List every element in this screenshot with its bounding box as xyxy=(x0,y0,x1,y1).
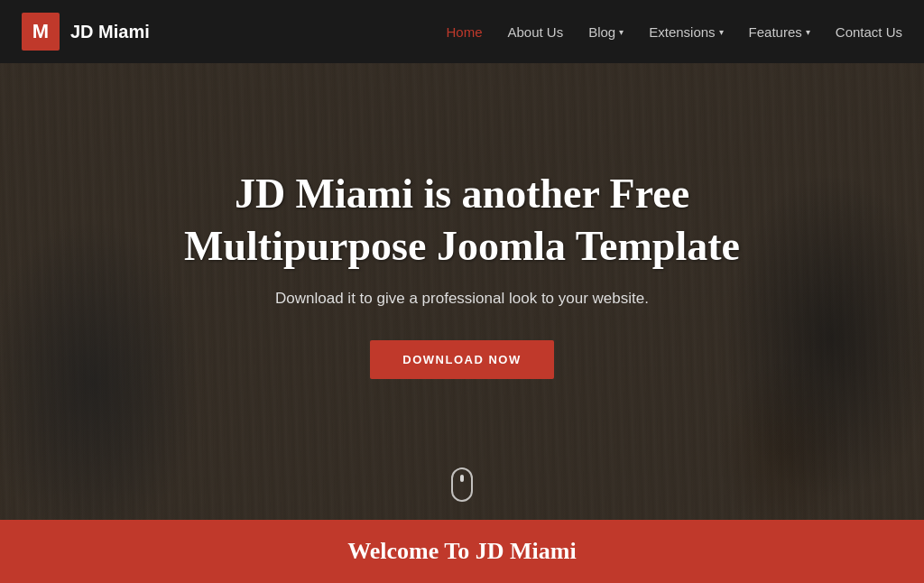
nav-item-about[interactable]: About Us xyxy=(507,24,563,40)
nav-item-extensions[interactable]: Extensions ▾ xyxy=(649,24,723,40)
scroll-mouse-icon xyxy=(451,467,473,502)
nav-link-about[interactable]: About Us xyxy=(507,24,563,40)
nav-link-features[interactable]: Features ▾ xyxy=(749,24,810,40)
chevron-down-icon: ▾ xyxy=(719,27,724,37)
welcome-section: Welcome To JD Miami xyxy=(0,520,924,583)
nav-item-features[interactable]: Features ▾ xyxy=(749,24,810,40)
nav-menu: Home About Us Blog ▾ Extensions ▾ Featur… xyxy=(446,24,902,40)
nav-link-blog[interactable]: Blog ▾ xyxy=(588,24,624,40)
brand-name: JD Miami xyxy=(70,22,150,42)
download-now-button[interactable]: DOWNLOAD NOW xyxy=(370,340,553,379)
chevron-down-icon: ▾ xyxy=(619,27,624,37)
nav-link-home[interactable]: Home xyxy=(446,24,482,40)
welcome-title: Welcome To JD Miami xyxy=(347,538,576,565)
scroll-dot xyxy=(460,475,464,482)
nav-item-home[interactable]: Home xyxy=(446,24,482,40)
scroll-indicator xyxy=(451,467,473,502)
hero-subtitle: Download it to give a professional look … xyxy=(275,290,649,308)
brand-logo: M xyxy=(22,13,60,51)
nav-item-contact[interactable]: Contact Us xyxy=(836,24,902,40)
chevron-down-icon: ▾ xyxy=(806,27,810,37)
navbar: M JD Miami Home About Us Blog ▾ Extensio… xyxy=(0,0,924,63)
nav-item-blog[interactable]: Blog ▾ xyxy=(588,24,624,40)
hero-title: JD Miami is another Free Multipurpose Jo… xyxy=(146,168,778,272)
nav-link-extensions[interactable]: Extensions ▾ xyxy=(649,24,723,40)
brand[interactable]: M JD Miami xyxy=(22,13,150,51)
logo-letter: M xyxy=(32,20,49,43)
hero-content: JD Miami is another Free Multipurpose Jo… xyxy=(0,63,924,520)
hero-section: JD Miami is another Free Multipurpose Jo… xyxy=(0,63,924,520)
nav-link-contact[interactable]: Contact Us xyxy=(836,24,902,40)
